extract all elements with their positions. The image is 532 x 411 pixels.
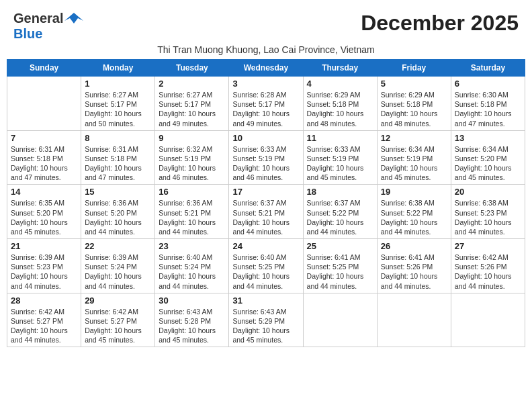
- calendar-cell: 12Sunrise: 6:34 AMSunset: 5:19 PMDayligh…: [377, 130, 451, 185]
- day-header-wednesday: Wednesday: [229, 60, 303, 77]
- day-info: Sunrise: 6:42 AMSunset: 5:26 PMDaylight:…: [455, 253, 521, 291]
- calendar-cell: 15Sunrise: 6:36 AMSunset: 5:20 PMDayligh…: [81, 185, 155, 239]
- day-number: 26: [381, 241, 447, 251]
- day-number: 13: [455, 133, 521, 143]
- day-header-friday: Friday: [377, 60, 451, 77]
- calendar-cell: 22Sunrise: 6:39 AMSunset: 5:24 PMDayligh…: [81, 239, 155, 293]
- day-number: 19: [381, 187, 447, 197]
- day-number: 23: [159, 241, 225, 251]
- calendar-cell: 24Sunrise: 6:40 AMSunset: 5:25 PMDayligh…: [229, 239, 303, 293]
- day-info: Sunrise: 6:32 AMSunset: 5:19 PMDaylight:…: [159, 144, 225, 183]
- day-info: Sunrise: 6:43 AMSunset: 5:28 PMDaylight:…: [159, 307, 225, 345]
- day-number: 11: [307, 133, 373, 143]
- calendar-cell: 18Sunrise: 6:37 AMSunset: 5:22 PMDayligh…: [303, 185, 377, 239]
- day-number: 10: [232, 133, 299, 143]
- day-info: Sunrise: 6:31 AMSunset: 5:18 PMDaylight:…: [11, 144, 77, 183]
- day-info: Sunrise: 6:33 AMSunset: 5:19 PMDaylight:…: [307, 144, 373, 183]
- day-number: 29: [85, 295, 151, 306]
- day-number: 30: [159, 295, 225, 306]
- day-number: 20: [455, 187, 521, 197]
- calendar-cell: 26Sunrise: 6:41 AMSunset: 5:26 PMDayligh…: [377, 239, 451, 293]
- calendar-cell: 6Sunrise: 6:30 AMSunset: 5:18 PMDaylight…: [451, 77, 525, 131]
- calendar-cell: 8Sunrise: 6:31 AMSunset: 5:18 PMDaylight…: [81, 130, 155, 185]
- calendar-cell: [303, 293, 377, 347]
- calendar-cell: 27Sunrise: 6:42 AMSunset: 5:26 PMDayligh…: [451, 239, 525, 293]
- calendar-cell: 4Sunrise: 6:29 AMSunset: 5:18 PMDaylight…: [303, 77, 377, 131]
- day-number: 25: [307, 241, 373, 251]
- day-info: Sunrise: 6:34 AMSunset: 5:20 PMDaylight:…: [455, 144, 521, 183]
- day-info: Sunrise: 6:41 AMSunset: 5:26 PMDaylight:…: [381, 253, 447, 291]
- day-number: 12: [381, 133, 447, 143]
- day-info: Sunrise: 6:33 AMSunset: 5:19 PMDaylight:…: [232, 144, 299, 183]
- calendar-cell: 3Sunrise: 6:28 AMSunset: 5:17 PMDaylight…: [229, 77, 303, 131]
- day-number: 24: [232, 241, 299, 251]
- calendar-cell: 29Sunrise: 6:42 AMSunset: 5:27 PMDayligh…: [81, 293, 155, 347]
- day-number: 18: [307, 187, 373, 197]
- day-info: Sunrise: 6:38 AMSunset: 5:22 PMDaylight:…: [381, 198, 447, 236]
- calendar-cell: 1Sunrise: 6:27 AMSunset: 5:17 PMDaylight…: [81, 77, 155, 131]
- subtitle: Thi Tran Muong Khuong, Lao Cai Province,…: [7, 44, 525, 55]
- day-info: Sunrise: 6:36 AMSunset: 5:20 PMDaylight:…: [85, 198, 151, 236]
- day-number: 7: [11, 133, 77, 143]
- day-header-tuesday: Tuesday: [155, 60, 229, 77]
- day-info: Sunrise: 6:39 AMSunset: 5:23 PMDaylight:…: [11, 253, 77, 291]
- day-number: 9: [159, 133, 225, 143]
- day-info: Sunrise: 6:41 AMSunset: 5:25 PMDaylight:…: [307, 253, 373, 291]
- page-header: General Blue December 2025: [7, 7, 525, 42]
- day-number: 1: [85, 79, 151, 89]
- calendar-cell: [7, 77, 81, 131]
- calendar-cell: [377, 293, 451, 347]
- day-info: Sunrise: 6:30 AMSunset: 5:18 PMDaylight:…: [455, 90, 521, 128]
- day-number: 5: [381, 79, 447, 89]
- calendar-cell: 17Sunrise: 6:37 AMSunset: 5:21 PMDayligh…: [229, 185, 303, 239]
- day-number: 17: [232, 187, 299, 197]
- day-info: Sunrise: 6:42 AMSunset: 5:27 PMDaylight:…: [11, 307, 77, 345]
- calendar-table: SundayMondayTuesdayWednesdayThursdayFrid…: [7, 59, 525, 347]
- day-info: Sunrise: 6:36 AMSunset: 5:21 PMDaylight:…: [159, 198, 225, 236]
- day-info: Sunrise: 6:34 AMSunset: 5:19 PMDaylight:…: [381, 144, 447, 183]
- day-number: 4: [307, 79, 373, 89]
- day-info: Sunrise: 6:43 AMSunset: 5:29 PMDaylight:…: [232, 307, 299, 345]
- calendar-cell: 25Sunrise: 6:41 AMSunset: 5:25 PMDayligh…: [303, 239, 377, 293]
- calendar-cell: 30Sunrise: 6:43 AMSunset: 5:28 PMDayligh…: [155, 293, 229, 347]
- calendar-cell: 9Sunrise: 6:32 AMSunset: 5:19 PMDaylight…: [155, 130, 229, 185]
- day-info: Sunrise: 6:40 AMSunset: 5:24 PMDaylight:…: [159, 253, 225, 291]
- calendar-cell: 19Sunrise: 6:38 AMSunset: 5:22 PMDayligh…: [377, 185, 451, 239]
- day-number: 28: [11, 295, 77, 306]
- day-header-monday: Monday: [81, 60, 155, 77]
- calendar-cell: 13Sunrise: 6:34 AMSunset: 5:20 PMDayligh…: [451, 130, 525, 185]
- day-number: 8: [85, 133, 151, 143]
- day-number: 6: [455, 79, 521, 89]
- logo: General Blue: [13, 11, 83, 42]
- day-info: Sunrise: 6:29 AMSunset: 5:18 PMDaylight:…: [381, 90, 447, 128]
- calendar-cell: 14Sunrise: 6:35 AMSunset: 5:20 PMDayligh…: [7, 185, 81, 239]
- day-info: Sunrise: 6:37 AMSunset: 5:21 PMDaylight:…: [232, 198, 299, 236]
- day-info: Sunrise: 6:28 AMSunset: 5:17 PMDaylight:…: [232, 90, 299, 128]
- calendar-cell: 23Sunrise: 6:40 AMSunset: 5:24 PMDayligh…: [155, 239, 229, 293]
- calendar-cell: 7Sunrise: 6:31 AMSunset: 5:18 PMDaylight…: [7, 130, 81, 185]
- day-number: 16: [159, 187, 225, 197]
- day-number: 2: [159, 79, 225, 89]
- calendar-cell: 21Sunrise: 6:39 AMSunset: 5:23 PMDayligh…: [7, 239, 81, 293]
- logo-blue: Blue: [13, 26, 42, 41]
- calendar-cell: 2Sunrise: 6:27 AMSunset: 5:17 PMDaylight…: [155, 77, 229, 131]
- month-title: December 2025: [361, 11, 519, 36]
- day-info: Sunrise: 6:31 AMSunset: 5:18 PMDaylight:…: [85, 144, 151, 183]
- calendar-cell: 28Sunrise: 6:42 AMSunset: 5:27 PMDayligh…: [7, 293, 81, 347]
- day-info: Sunrise: 6:35 AMSunset: 5:20 PMDaylight:…: [11, 198, 77, 236]
- svg-marker-0: [64, 13, 83, 24]
- day-header-saturday: Saturday: [451, 60, 525, 77]
- day-info: Sunrise: 6:29 AMSunset: 5:18 PMDaylight:…: [307, 90, 373, 128]
- day-info: Sunrise: 6:39 AMSunset: 5:24 PMDaylight:…: [85, 253, 151, 291]
- calendar-cell: 10Sunrise: 6:33 AMSunset: 5:19 PMDayligh…: [229, 130, 303, 185]
- calendar-cell: [451, 293, 525, 347]
- day-number: 14: [11, 187, 77, 197]
- day-info: Sunrise: 6:27 AMSunset: 5:17 PMDaylight:…: [159, 90, 225, 128]
- calendar-cell: 20Sunrise: 6:38 AMSunset: 5:23 PMDayligh…: [451, 185, 525, 239]
- day-number: 3: [232, 79, 299, 89]
- day-info: Sunrise: 6:38 AMSunset: 5:23 PMDaylight:…: [455, 198, 521, 236]
- day-info: Sunrise: 6:40 AMSunset: 5:25 PMDaylight:…: [232, 253, 299, 291]
- day-number: 15: [85, 187, 151, 197]
- day-info: Sunrise: 6:27 AMSunset: 5:17 PMDaylight:…: [85, 90, 151, 128]
- calendar-cell: 11Sunrise: 6:33 AMSunset: 5:19 PMDayligh…: [303, 130, 377, 185]
